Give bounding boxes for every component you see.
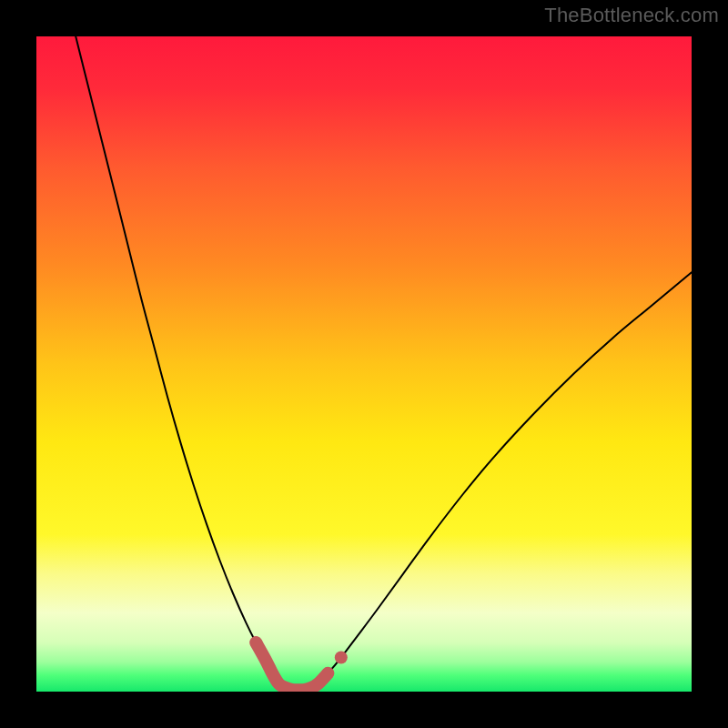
- bottleneck-curve: [76, 36, 692, 690]
- chart-stage: TheBottleneck.com: [0, 0, 728, 728]
- plot-area: [36, 36, 692, 692]
- valley-beads: [256, 642, 328, 690]
- watermark-text: TheBottleneck.com: [544, 4, 719, 27]
- right-isolated-bead: [335, 652, 348, 664]
- curve-layer: [36, 36, 692, 692]
